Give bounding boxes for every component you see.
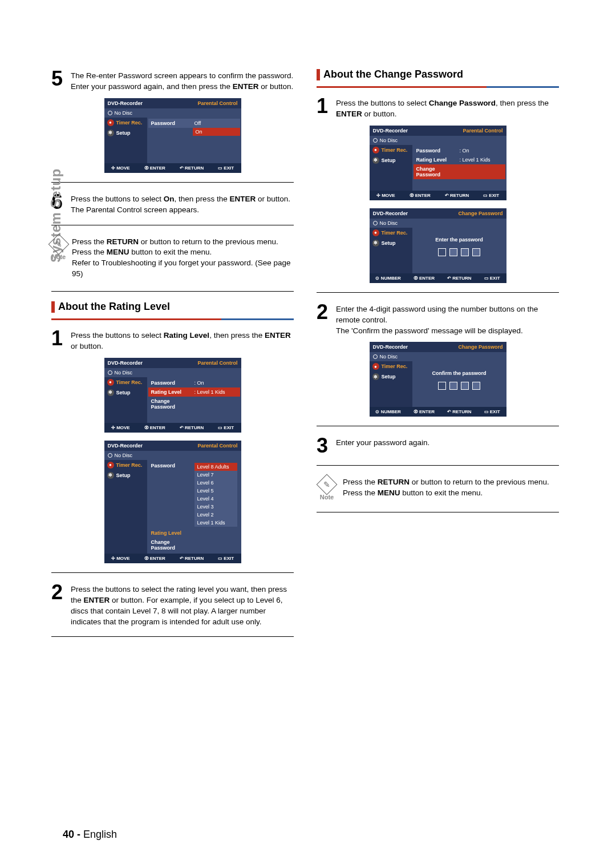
step-number: 1: [51, 328, 66, 349]
red-bar-icon: [51, 301, 55, 313]
rating-step-2: 2 Press the buttons to select the rating…: [51, 582, 294, 628]
osd-enter-password: DVD-RecorderChange Password No Disc ●Tim…: [370, 208, 506, 283]
gear-icon: ✼: [372, 157, 379, 164]
timer-icon: ●: [107, 119, 114, 126]
timer-icon: ●: [372, 229, 379, 236]
osd-password-offon: DVD-RecorderParental Control No Disc ●Ti…: [104, 98, 241, 173]
change-step-2: 2 Enter the 4-digit password using the n…: [317, 302, 559, 337]
osd-rating-list: DVD-RecorderParental Control No Disc ●Ti…: [104, 441, 241, 563]
timer-icon: ●: [372, 147, 379, 154]
disc-icon: [108, 111, 112, 115]
gear-icon: ✼: [372, 240, 379, 247]
disc-icon: [373, 354, 378, 359]
timer-icon: ●: [107, 462, 114, 469]
step-number: 3: [317, 435, 331, 456]
osd-confirm-password: DVD-RecorderChange Password No Disc ●Tim…: [370, 342, 506, 417]
disc-icon: [108, 370, 112, 375]
right-column: About the Change Password 1 Press the bu…: [317, 68, 559, 834]
step-number: 5: [51, 68, 66, 89]
left-column: 5 The Re-enter Password screen appears t…: [51, 68, 294, 834]
step-5: 5 The Re-enter Password screen appears t…: [51, 68, 294, 92]
page-footer: 40 - English: [63, 829, 117, 841]
step-text: Press the buttons to select Rating Level…: [71, 328, 294, 352]
step-6: 6 Press the buttons to select On, then p…: [51, 192, 294, 216]
timer-icon: ●: [372, 363, 379, 370]
step-text: Enter your password again.: [336, 435, 429, 449]
rating-step-1: 1 Press the buttons to select Rating Lev…: [51, 328, 294, 352]
step-number: 2: [317, 302, 331, 322]
gear-icon: ✼: [107, 389, 114, 396]
change-step-1: 1 Press the buttons to select Change Pas…: [317, 96, 559, 120]
note-block: ✎ Note Press the RETURN or button to ret…: [317, 475, 559, 503]
change-step-3: 3 Enter your password again.: [317, 435, 559, 456]
timer-icon: ●: [107, 379, 114, 386]
gear-icon: ✼: [107, 472, 114, 479]
step-text: The Re-enter Password screen appears to …: [71, 68, 294, 92]
disc-icon: [108, 453, 112, 458]
step-number: 2: [51, 582, 66, 603]
note-block: ✎ Note Press the RETURN or button to ret…: [51, 235, 294, 282]
note-icon: ✎: [317, 474, 338, 495]
heading-change-password: About the Change Password: [317, 68, 559, 80]
red-bar-icon: [317, 69, 320, 80]
gear-icon: ✼: [372, 373, 379, 380]
step-text: Press the buttons to select the rating l…: [71, 582, 294, 628]
disc-icon: [373, 221, 378, 225]
gear-icon: ✼: [107, 130, 114, 136]
osd-rating-selected: DVD-RecorderParental Control No Disc ●Ti…: [104, 358, 241, 433]
step-text: Press the buttons to select Change Passw…: [336, 96, 559, 120]
disc-icon: [373, 138, 378, 143]
heading-rating-level: About the Rating Level: [51, 301, 294, 313]
step-text: Press the buttons to select On, then pre…: [71, 192, 290, 216]
step-number: 1: [317, 96, 331, 116]
osd-change-password-menu: DVD-RecorderParental Control No Disc ●Ti…: [370, 126, 506, 200]
step-text: Enter the 4-digit password using the num…: [336, 302, 559, 337]
